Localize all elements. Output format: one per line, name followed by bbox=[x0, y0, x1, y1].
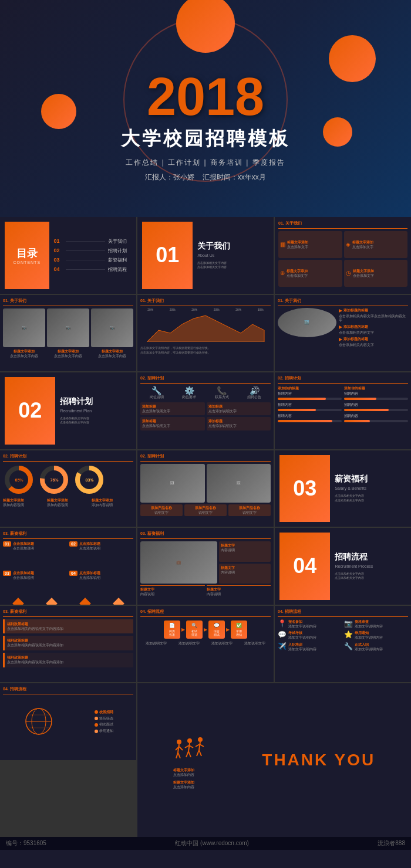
phone-icon: 📞 bbox=[215, 386, 229, 395]
donut-chart-1: 65% bbox=[3, 464, 35, 496]
thankyou-text: THANK YOU bbox=[262, 751, 375, 769]
hero-circle-mid-left bbox=[41, 94, 76, 129]
watermark-bar: 编号：9531605 红动中国 (www.redocn.com) 流浪者888 bbox=[0, 837, 411, 850]
list-item: 🔧 正式入职 添加文字说明内容 bbox=[344, 642, 409, 652]
watermark-user: 流浪者888 bbox=[378, 839, 405, 847]
svg-point-19 bbox=[187, 738, 192, 743]
plane-icon: ✈️ bbox=[278, 642, 287, 652]
list-item: 01 点击添加标题 点击添加说明 bbox=[3, 541, 67, 568]
step-4: ✅ 录用 通知 bbox=[231, 621, 247, 639]
svg-line-29 bbox=[197, 750, 199, 756]
diamond-icon-4 bbox=[113, 598, 124, 604]
thankyou-runners: 标题文字添加 点击添加内容 标题文字添加 点击添加内容 bbox=[173, 730, 208, 789]
progress-item: 招聘内容 bbox=[278, 391, 342, 400]
list-item: 录用通知 bbox=[95, 729, 113, 734]
list-item: 04 招聘流程 bbox=[54, 266, 127, 273]
mountain-chart bbox=[140, 313, 271, 342]
progress-item: 招聘内容 bbox=[278, 413, 342, 422]
list-item: 03 薪资福利 bbox=[54, 257, 127, 263]
step-2: 🔍 初试 筛选 bbox=[186, 621, 203, 639]
hero-subtitle: 工作总结 | 工作计划 | 商务培训 | 季度报告 bbox=[126, 158, 285, 168]
list-item: 校园招聘 bbox=[95, 710, 113, 715]
slide-salary-02: 03. 薪资福利 💼 标题文字 内容说明 标题文字 内容说明 标题文字 内容说明 bbox=[137, 528, 274, 605]
icon-cell-2: ◈ 标题文字添加 点击添加文字 bbox=[344, 231, 408, 258]
wrench-icon: 🔧 bbox=[150, 386, 164, 395]
photo-3: 📷 bbox=[91, 308, 133, 347]
section-num-04: 04 bbox=[279, 533, 330, 600]
slide-section-02: 02 招聘计划 Recruitment Plan 点击添加相关文字内容点击添加相… bbox=[0, 372, 136, 449]
list-item: 04 点击添加标题 点击添加说明 bbox=[69, 571, 133, 598]
hero-year: 2018 bbox=[147, 70, 264, 123]
arrow-icon: ▶ bbox=[226, 627, 230, 632]
slide-recruit-01: 02. 招聘计划 🔧 岗位说明 ⚙️ 岗位要求 📞 联系方式 🔊 招聘公告 添加… bbox=[137, 372, 274, 449]
slide-about-city: 01. 关于我们 🏙️ ▶ 添加标题的标题 点击添加相关内容文字点击添加相关内容… bbox=[275, 295, 411, 372]
section-title-04: 招聘流程 Recruitment Process 点击添加相关文字内容点击添加相… bbox=[330, 547, 406, 585]
slides-grid: 目录 CONTENTS 01 关于我们 02 招聘计划 03 薪资福利 04 bbox=[0, 217, 411, 837]
icon-cell-1: ▦ 标题文字添加 点击添加文字 bbox=[278, 231, 342, 258]
list-item: 01 关于我们 bbox=[54, 238, 127, 245]
svg-line-16 bbox=[179, 747, 183, 750]
list-item: 02 招聘计划 bbox=[54, 247, 127, 254]
list-item: ⭐ 录用通知 添加文字说明内容 bbox=[344, 630, 409, 640]
box-icon: ▦ bbox=[280, 241, 285, 247]
people-icon: ⊕ bbox=[280, 270, 285, 276]
progress-item: 招聘内容 bbox=[344, 402, 408, 411]
diamond-icon-2 bbox=[46, 598, 58, 604]
process-steps: 📄 简历 投递 ▶ 🔍 初试 筛选 ▶ 💬 综合 面试 ▶ ✅ 录用 通知 bbox=[140, 621, 271, 639]
gear-icon: ⚙️ bbox=[182, 386, 196, 395]
section-title-01: 关于我们 About Us 点击添加相关文字内容点击添加相关文字内容 bbox=[193, 236, 269, 274]
list-item: 02 点击添加标题 点击添加说明 bbox=[69, 541, 133, 568]
svg-marker-0 bbox=[147, 316, 264, 342]
svg-point-25 bbox=[198, 737, 203, 742]
salary-photo: 💼 bbox=[140, 541, 217, 584]
time-icon: ◷ bbox=[346, 270, 351, 276]
location-icon: 📍 bbox=[278, 619, 287, 629]
slide-salary-03: 03. 薪资福利 福利政策标题 点击添加相关内容说明文字内容添加 福利政策标题 … bbox=[0, 606, 136, 683]
arrow-icon: ▶ bbox=[204, 627, 207, 632]
slide-section-04: 04 招聘流程 Recruitment Process 点击添加相关文字内容点击… bbox=[275, 528, 411, 605]
svg-line-23 bbox=[186, 751, 188, 757]
svg-point-13 bbox=[177, 740, 181, 744]
svg-line-26 bbox=[199, 742, 200, 750]
slide-section-01: 01 关于我们 About Us 点击添加相关文字内容点击添加相关文字内容 bbox=[137, 217, 274, 294]
progress-item: 招聘内容 bbox=[344, 413, 408, 422]
donut-chart-3: 83% bbox=[73, 464, 106, 496]
arrow-icon: ▶ bbox=[181, 627, 185, 632]
sound-icon: 🔊 bbox=[247, 386, 261, 395]
donut-chart-2: 76% bbox=[38, 464, 70, 496]
section-title-03: 薪资福利 Salary & Benefits 点击添加相关文字内容点击添加相关文… bbox=[330, 469, 406, 507]
section-num-02: 02 bbox=[5, 377, 55, 445]
svg-line-18 bbox=[178, 752, 180, 758]
slide-flow-02: 04. 招聘流程 📍 报名参加 添加文字说明内容 📷 资格审查 添加文字说明内容… bbox=[275, 606, 411, 683]
list-item: 简历筛选 bbox=[95, 717, 113, 721]
svg-line-24 bbox=[188, 751, 191, 757]
watermark-site: 红动中国 (www.redocn.com) bbox=[175, 839, 249, 847]
globe-chart bbox=[23, 706, 55, 738]
photo-2: 📷 bbox=[47, 308, 89, 347]
list-item: 初次面试 bbox=[95, 723, 113, 727]
slide-about-01: 01. 关于我们 ▦ 标题文字添加 点击添加文字 ◈ 标题文字添加 点击添加文字… bbox=[275, 217, 411, 294]
slide-recruit-progress: 02. 招聘计划 添加你的标题 招聘内容 招聘内容 招聘内容 bbox=[275, 372, 411, 449]
contents-title: 目录 bbox=[16, 246, 38, 260]
progress-item: 招聘内容 bbox=[278, 402, 342, 411]
hero-slide: 2018 大学校园招聘模板 工作总结 | 工作计划 | 商务培训 | 季度报告 … bbox=[0, 0, 411, 217]
slide-contents: 目录 CONTENTS 01 关于我们 02 招聘计划 03 薪资福利 04 bbox=[0, 217, 136, 294]
icon-cell-4: ◷ 标题文字添加 点击添加文字 bbox=[344, 260, 408, 287]
slide-recruit-donut: 02. 招聘计划 65% 76% bbox=[0, 450, 136, 527]
slide-about-chart: 01. 关于我们 20%20% 20%20% 20%30% 点击添加文字说明内容… bbox=[137, 295, 274, 372]
list-item: 03 点击添加标题 点击添加说明 bbox=[3, 571, 67, 598]
svg-line-20 bbox=[188, 743, 190, 751]
chat-icon: 💬 bbox=[278, 630, 287, 640]
svg-line-30 bbox=[199, 750, 201, 756]
tools-icon: 🔧 bbox=[344, 642, 353, 652]
step-1: 📄 简历 投递 bbox=[164, 621, 180, 639]
contents-subtitle: CONTENTS bbox=[14, 260, 41, 265]
contents-left-panel: 目录 CONTENTS bbox=[5, 222, 49, 289]
contents-right-panel: 01 关于我们 02 招聘计划 03 薪资福利 04 招聘流程 bbox=[49, 222, 132, 289]
hero-title: 大学校园招聘模板 bbox=[121, 126, 290, 152]
step-3: 💬 综合 面试 bbox=[208, 621, 225, 639]
about-icon-grid: ▦ 标题文字添加 点击添加文字 ◈ 标题文字添加 点击添加文字 ⊕ 标题文字添加… bbox=[278, 231, 407, 287]
section-title-02: 招聘计划 Recruitment Plan 点击添加相关文字内容点击添加相关文字… bbox=[55, 392, 132, 430]
icon-cell-3: ⊕ 标题文字添加 点击添加文字 bbox=[278, 260, 342, 287]
star-icon: ⭐ bbox=[344, 630, 353, 640]
